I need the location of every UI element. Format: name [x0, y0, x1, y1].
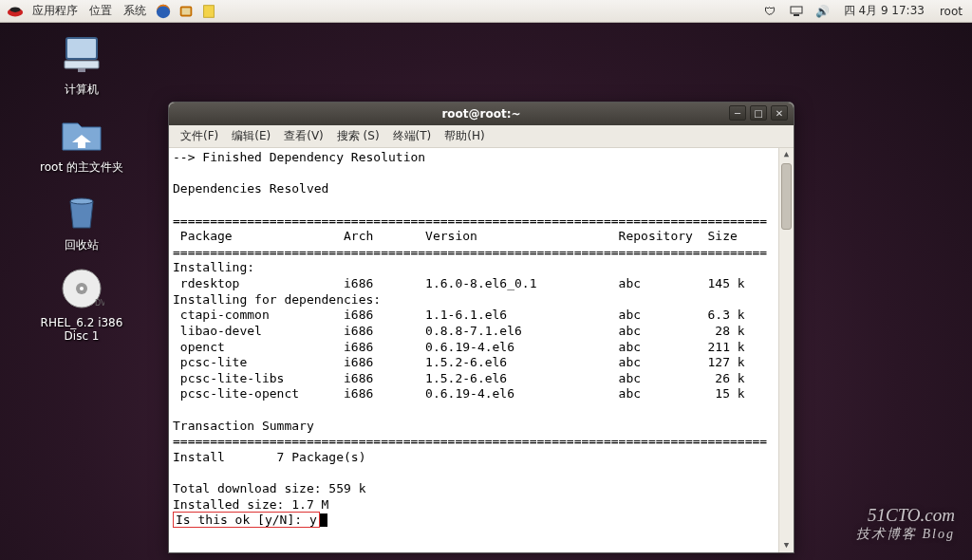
desktop-disc-label: RHEL_6.2 i386 Disc 1 [25, 315, 139, 345]
svg-rect-8 [66, 38, 97, 59]
svg-point-11 [70, 198, 93, 204]
nautilus-icon[interactable] [177, 2, 196, 21]
scrollbar-up-arrow[interactable]: ▲ [779, 148, 794, 161]
gnome-panel: 应用程序 位置 系统 🛡 🔊 四 4月 9 17:33 root [0, 0, 972, 23]
menu-applications[interactable]: 应用程序 [28, 3, 82, 19]
disc-icon: DVD [59, 266, 104, 311]
computer-icon [59, 32, 104, 78]
terminal-body[interactable]: ▲ ▼ --> Finished Dependency Resolution D… [169, 148, 794, 552]
panel-clock[interactable]: 四 4月 9 17:33 [840, 3, 928, 19]
window-title: root@root:~ [169, 107, 794, 121]
network-icon[interactable] [787, 2, 806, 21]
desktop-trash-label: 回收站 [62, 237, 102, 252]
svg-rect-10 [78, 68, 85, 72]
desktop-home[interactable]: root 的主文件夹 [25, 110, 139, 175]
desktop-home-label: root 的主文件夹 [37, 159, 126, 175]
menu-search[interactable]: 搜索 (S) [331, 126, 385, 146]
svg-point-14 [80, 287, 84, 290]
menu-view[interactable]: 查看(V) [278, 126, 329, 146]
note-icon[interactable] [199, 2, 218, 21]
svg-point-1 [10, 7, 21, 11]
update-icon[interactable]: 🛡 [760, 2, 779, 21]
trash-icon [59, 188, 104, 233]
window-close-button[interactable]: ✕ [771, 105, 788, 121]
scrollbar-thumb[interactable] [781, 163, 792, 230]
firefox-icon[interactable] [154, 2, 173, 21]
watermark: 51CTO.com 技术博客 Blog [856, 505, 955, 543]
volume-icon[interactable]: 🔊 [813, 2, 832, 21]
svg-rect-6 [791, 7, 802, 13]
scrollbar-down-arrow[interactable]: ▼ [779, 539, 794, 552]
window-titlebar[interactable]: root@root:~ ─ □ ✕ [169, 103, 794, 125]
desktop-trash[interactable]: 回收站 [25, 188, 139, 252]
svg-rect-5 [204, 5, 215, 17]
panel-user[interactable]: root [936, 5, 966, 18]
window-maximize-button[interactable]: □ [750, 105, 767, 121]
menu-file[interactable]: 文件(F) [175, 126, 224, 146]
desktop-computer-label: 计算机 [62, 82, 102, 97]
desktop-disc[interactable]: DVD RHEL_6.2 i386 Disc 1 [25, 266, 139, 345]
watermark-main: 51CTO.com [856, 505, 955, 526]
watermark-sub: 技术博客 Blog [856, 526, 955, 543]
svg-rect-4 [182, 8, 191, 14]
desktop-computer[interactable]: 计算机 [25, 32, 139, 97]
menu-help[interactable]: 帮助(H) [439, 126, 490, 146]
redhat-icon [6, 2, 25, 21]
window-minimize-button[interactable]: ─ [729, 105, 746, 121]
menu-system[interactable]: 系统 [120, 3, 150, 19]
svg-text:DVD: DVD [95, 299, 104, 308]
svg-rect-9 [65, 61, 99, 68]
menu-terminal[interactable]: 终端(T) [387, 126, 438, 146]
menu-places[interactable]: 位置 [85, 3, 116, 19]
terminal-menubar: 文件(F) 编辑(E) 查看(V) 搜索 (S) 终端(T) 帮助(H) [169, 125, 794, 148]
home-folder-icon [59, 110, 104, 156]
menu-edit[interactable]: 编辑(E) [226, 126, 276, 146]
terminal-window: root@root:~ ─ □ ✕ 文件(F) 编辑(E) 查看(V) 搜索 (… [168, 102, 794, 553]
terminal-scrollbar[interactable]: ▲ ▼ [778, 148, 794, 552]
terminal-content: --> Finished Dependency Resolution Depen… [173, 150, 790, 529]
